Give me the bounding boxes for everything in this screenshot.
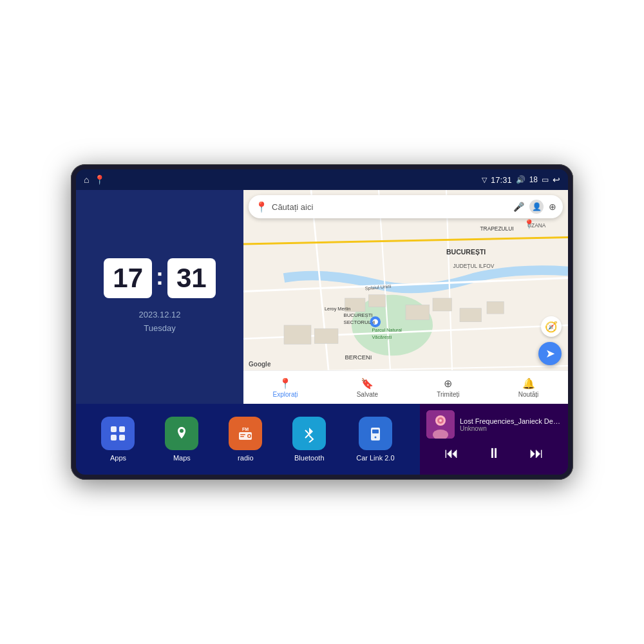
maps-icon [165, 417, 198, 450]
map-nav-saved[interactable]: 🔖 Salvate [357, 377, 378, 398]
maps-label: Maps [173, 454, 191, 462]
clock-panel: 17 : 31 2023.12.12 Tuesday [76, 190, 243, 404]
mic-icon[interactable]: 🎤 [513, 202, 524, 212]
music-play-button[interactable]: ⏸ [487, 445, 501, 462]
svg-rect-31 [119, 426, 125, 432]
music-player: Lost Frequencies_Janieck Devy-... Unknow… [420, 404, 568, 475]
apps-icon [101, 417, 135, 450]
signal-icon: ▽ [482, 176, 487, 184]
svg-text:SECTORUL 4: SECTORUL 4 [343, 319, 375, 325]
status-bar: ⌂ 📍 ▽ 17:31 🔊 18 ▭ ↩ [76, 169, 568, 190]
explore-icon: 📍 [279, 377, 292, 390]
svg-rect-38 [240, 434, 245, 435]
svg-rect-15 [284, 325, 311, 344]
google-logo: Google [249, 361, 270, 368]
svg-point-43 [374, 437, 376, 439]
google-maps-icon: 📍 [255, 201, 268, 213]
battery-icon: ▭ [542, 175, 549, 184]
map-search-placeholder[interactable]: Căutați aici [272, 202, 509, 212]
svg-text:BERCENI: BERCENI [345, 354, 372, 361]
svg-text:BUCUREȘTI: BUCUREȘTI [343, 312, 372, 318]
account-icon[interactable]: 👤 [529, 200, 544, 214]
carlink-icon [359, 417, 392, 450]
location-icon[interactable]: 📍 [94, 175, 105, 185]
music-text: Lost Frequencies_Janieck Devy-... Unknow… [460, 417, 562, 432]
map-compass[interactable]: 🧭 [541, 316, 562, 337]
radio-icon: FM [229, 417, 262, 450]
svg-rect-39 [240, 436, 244, 437]
bottom-row: Apps Maps [76, 404, 568, 475]
main-content: 17 : 31 2023.12.12 Tuesday [76, 190, 568, 475]
svg-rect-14 [487, 301, 504, 314]
map-nav-news[interactable]: 🔔 Noutăți [518, 377, 539, 398]
svg-rect-30 [111, 426, 117, 432]
clock-colon: : [156, 263, 164, 290]
svg-text:TRAPEZULUI: TRAPEZULUI [480, 225, 514, 232]
bluetooth-label: Bluetooth [294, 454, 324, 462]
svg-rect-10 [368, 295, 385, 307]
music-controls: ⏮ ⏸ ⏭ [420, 442, 568, 467]
music-artist: Unknown [460, 425, 562, 432]
radio-label: radio [238, 454, 253, 462]
music-next-button[interactable]: ⏭ [529, 445, 544, 462]
svg-rect-0 [243, 190, 568, 400]
svg-point-48 [439, 419, 442, 422]
clock-display: 17 : 31 [104, 258, 215, 298]
map-location-marker: 📍 [524, 219, 535, 229]
svg-text:JUDEȚUL ILFOV: JUDEȚUL ILFOV [453, 263, 495, 269]
music-title: Lost Frequencies_Janieck Devy-... [460, 417, 562, 425]
app-item-bluetooth[interactable]: Bluetooth [292, 417, 326, 462]
status-left-icons: ⌂ 📍 [84, 175, 105, 185]
volume-level: 18 [529, 175, 538, 184]
saved-label: Salvate [357, 391, 378, 398]
back-icon[interactable]: ↩ [553, 175, 560, 185]
map-nav-send[interactable]: ⊕ Trimiteți [437, 377, 459, 398]
svg-rect-42 [372, 430, 379, 433]
svg-point-34 [180, 429, 184, 433]
top-row: 17 : 31 2023.12.12 Tuesday [76, 190, 568, 404]
map-bottom-bar: 📍 Explorați 🔖 Salvate ⊕ Trimiteți 🔔 [243, 370, 568, 404]
svg-text:Leroy Merlin: Leroy Merlin [325, 306, 350, 312]
music-thumbnail [426, 410, 455, 439]
svg-rect-33 [119, 435, 125, 440]
clock-hour: 17 [104, 258, 152, 298]
app-shortcuts: Apps Maps [76, 404, 420, 475]
music-info: Lost Frequencies_Janieck Devy-... Unknow… [420, 404, 568, 442]
status-time: 17:31 [491, 175, 512, 185]
svg-point-37 [249, 435, 251, 437]
explore-label: Explorați [273, 391, 298, 398]
svg-rect-13 [460, 308, 482, 322]
map-search-bar[interactable]: 📍 Căutați aici 🎤 👤 ⊕ [249, 195, 563, 218]
svg-rect-16 [314, 328, 338, 343]
carlink-label: Car Link 2.0 [356, 454, 394, 462]
layers-icon[interactable]: ⊕ [549, 202, 556, 212]
volume-icon: 🔊 [516, 175, 526, 184]
map-nav-explore[interactable]: 📍 Explorați [273, 377, 298, 398]
send-label: Trimiteți [437, 391, 459, 398]
news-icon: 🔔 [522, 377, 535, 390]
svg-text:FM: FM [242, 427, 249, 431]
news-label: Noutăți [518, 391, 539, 398]
status-right-icons: ▽ 17:31 🔊 18 ▭ ↩ [482, 175, 560, 185]
home-icon[interactable]: ⌂ [84, 175, 89, 185]
app-item-apps[interactable]: Apps [101, 417, 135, 462]
screen: ⌂ 📍 ▽ 17:31 🔊 18 ▭ ↩ 17 : [76, 169, 568, 475]
svg-text:BUCUREȘTI: BUCUREȘTI [446, 248, 486, 256]
apps-label: Apps [110, 454, 126, 462]
map-background: BUCUREȘTI JUDEȚUL ILFOV TRAPEZULUI UZANA… [243, 190, 568, 400]
bluetooth-icon [292, 417, 326, 450]
map-panel[interactable]: BUCUREȘTI JUDEȚUL ILFOV TRAPEZULUI UZANA… [243, 190, 568, 404]
svg-text:Văcărești: Văcărești [372, 334, 392, 340]
app-item-carlink[interactable]: Car Link 2.0 [356, 417, 394, 462]
device: ⌂ 📍 ▽ 17:31 🔊 18 ▭ ↩ 17 : [71, 164, 573, 480]
app-item-radio[interactable]: FM radio [229, 417, 262, 462]
app-item-maps[interactable]: Maps [165, 417, 198, 462]
svg-rect-11 [406, 305, 430, 320]
svg-text:Parcul Natural: Parcul Natural [372, 328, 402, 334]
clock-date: 2023.12.12 Tuesday [138, 308, 180, 336]
map-navigate-fab[interactable]: ➤ [538, 342, 562, 365]
music-prev-button[interactable]: ⏮ [444, 445, 459, 462]
clock-minute: 31 [167, 258, 216, 298]
svg-rect-32 [111, 435, 117, 440]
saved-icon: 🔖 [361, 377, 374, 390]
